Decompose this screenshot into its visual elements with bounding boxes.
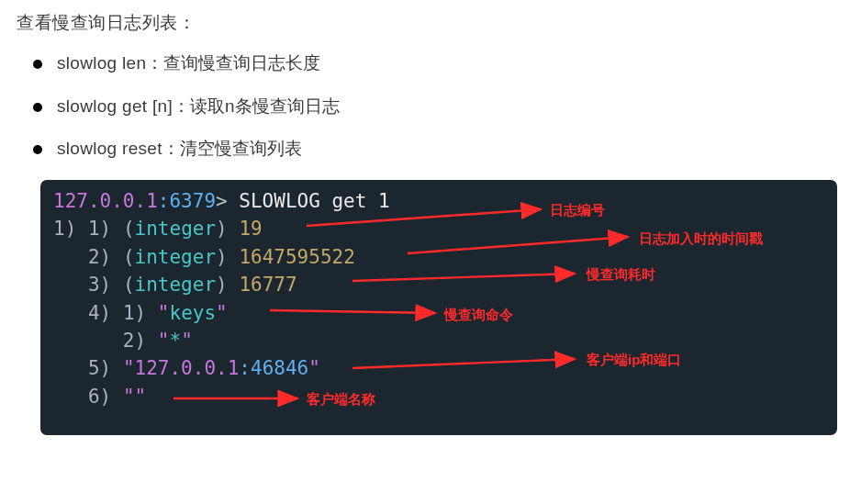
list-item: slowlog get [n]：读取n条慢查询日志 (33, 95, 833, 119)
result-line-6: 6) "" (53, 383, 837, 410)
section-heading: 查看慢查询日志列表： (17, 11, 833, 35)
command-desc: 查询慢查询日志长度 (163, 53, 320, 73)
typed-command: SLOWLOG get 1 (239, 190, 389, 212)
prompt-port: :6379 (158, 190, 216, 212)
prompt-host: 127.0.0.1 (53, 190, 158, 212)
prompt-gt: > (216, 190, 239, 212)
terminal-prompt-line: 127.0.0.1:6379> SLOWLOG get 1 (53, 187, 837, 215)
command-desc: 读取n条慢查询日志 (190, 96, 340, 116)
command-name: slowlog get [n] (57, 96, 173, 116)
result-line-5: 5) "127.0.0.1:46846" (53, 354, 837, 382)
command-name: slowlog reset (57, 139, 162, 158)
separator: ： (146, 53, 163, 73)
annotation-timestamp: 日志加入时的时间戳 (639, 229, 763, 249)
result-line-3: 3) (integer) 16777 (53, 271, 837, 298)
annotation-client-ip: 客户端ip和端口 (587, 350, 681, 370)
terminal-output: 127.0.0.1:6379> SLOWLOG get 1 1) 1) (int… (40, 180, 837, 435)
annotation-client-name: 客户端名称 (307, 389, 375, 409)
list-item: slowlog reset：清空慢查询列表 (33, 137, 833, 162)
list-item: slowlog len：查询慢查询日志长度 (33, 51, 833, 76)
command-desc: 清空慢查询列表 (180, 139, 302, 158)
annotation-duration: 慢查询耗时 (587, 264, 655, 285)
annotation-log-id: 日志编号 (550, 200, 605, 220)
command-name: slowlog len (57, 53, 146, 73)
result-line-4-2: 2) "*" (53, 327, 837, 354)
separator: ： (173, 96, 190, 116)
separator: ： (162, 139, 180, 158)
annotation-command: 慢查询命令 (444, 305, 513, 325)
command-list: slowlog len：查询慢查询日志长度 slowlog get [n]：读取… (17, 51, 833, 162)
